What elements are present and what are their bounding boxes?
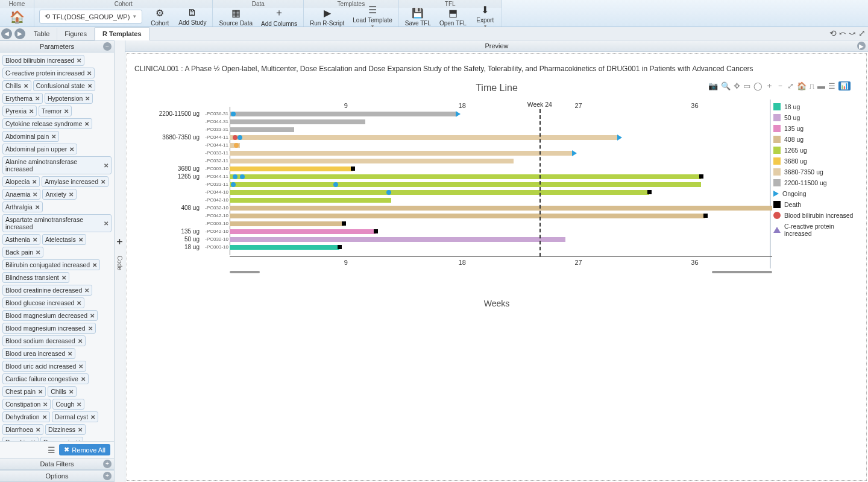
timeline-bar[interactable] bbox=[230, 159, 514, 163]
timeline-bar[interactable] bbox=[230, 127, 294, 132]
chip-remove-icon[interactable]: ✕ bbox=[36, 249, 40, 256]
param-chip[interactable]: Dehydration✕ bbox=[2, 411, 50, 422]
chip-remove-icon[interactable]: ✕ bbox=[90, 312, 95, 319]
reset-icon[interactable]: 🏠 bbox=[797, 81, 807, 90]
redo-button[interactable]: ⤻ bbox=[849, 28, 856, 38]
param-chip[interactable]: Chills✕ bbox=[48, 386, 77, 397]
timeline-bar[interactable] bbox=[230, 214, 705, 218]
param-chip[interactable]: Aspartate aminotransferase increased✕ bbox=[2, 214, 112, 232]
expand-icon[interactable]: + bbox=[103, 460, 112, 468]
param-chip[interactable]: Bilirubin conjugated increased✕ bbox=[2, 259, 100, 270]
chip-remove-icon[interactable]: ✕ bbox=[85, 95, 90, 102]
chip-remove-icon[interactable]: ✕ bbox=[38, 388, 43, 395]
legend-item[interactable]: 2200-11500 ug bbox=[773, 179, 858, 186]
remove-all-button[interactable]: ✖Remove All bbox=[59, 444, 110, 455]
box-select-icon[interactable]: ▭ bbox=[743, 81, 750, 90]
param-chip[interactable]: C-reactive protein increased✕ bbox=[2, 68, 95, 78]
chip-remove-icon[interactable]: ✕ bbox=[87, 83, 92, 89]
param-chip[interactable]: Blood magnesium decreased✕ bbox=[2, 310, 98, 321]
chip-remove-icon[interactable]: ✕ bbox=[90, 414, 95, 420]
expand-button[interactable]: ⤢ bbox=[858, 28, 866, 38]
legend-item[interactable]: 50 ug bbox=[773, 114, 858, 121]
chip-remove-icon[interactable]: ✕ bbox=[78, 338, 83, 344]
chip-remove-icon[interactable]: ✕ bbox=[42, 414, 47, 420]
source-data-button[interactable]: ▦Source Data bbox=[215, 6, 256, 28]
param-chip[interactable]: Cough✕ bbox=[52, 399, 84, 410]
lasso-icon[interactable]: ◯ bbox=[753, 81, 763, 90]
legend-item[interactable]: Death bbox=[773, 201, 858, 208]
param-chip[interactable]: Pyrexia✕ bbox=[2, 106, 37, 116]
camera-icon[interactable]: 📷 bbox=[708, 81, 718, 90]
options-header[interactable]: Options + bbox=[0, 470, 114, 482]
chip-remove-icon[interactable]: ✕ bbox=[77, 57, 81, 64]
refresh-button[interactable]: ⟲ bbox=[829, 28, 837, 38]
spike-icon[interactable]: ⎍ bbox=[810, 81, 814, 90]
chip-remove-icon[interactable]: ✕ bbox=[69, 388, 74, 395]
timeline-bar[interactable] bbox=[230, 119, 365, 124]
timeline-bar[interactable] bbox=[230, 229, 376, 234]
collapse-icon[interactable]: − bbox=[103, 42, 112, 51]
chip-remove-icon[interactable]: ✕ bbox=[84, 287, 89, 294]
timeline-bar[interactable] bbox=[230, 221, 344, 226]
param-chip[interactable]: Blood uric acid increased✕ bbox=[2, 361, 86, 372]
open-tfl-button[interactable]: ⬒Open TFL bbox=[436, 6, 470, 28]
legend-item[interactable]: 18 ug bbox=[773, 103, 858, 110]
param-chip[interactable]: Tremor✕ bbox=[39, 106, 72, 116]
zoom-out-icon[interactable]: － bbox=[776, 80, 784, 91]
chip-remove-icon[interactable]: ✕ bbox=[35, 95, 40, 102]
legend-item[interactable]: Blood bilirubin increased bbox=[773, 212, 858, 219]
param-chip[interactable]: Blood sodium decreased✕ bbox=[2, 335, 86, 346]
expand-icon[interactable]: + bbox=[103, 472, 112, 480]
param-chip[interactable]: Blood glucose increased✕ bbox=[2, 297, 84, 308]
chip-remove-icon[interactable]: ✕ bbox=[35, 204, 40, 211]
param-chip[interactable]: Asthenia✕ bbox=[2, 234, 40, 245]
chip-remove-icon[interactable]: ✕ bbox=[77, 300, 81, 306]
chip-remove-icon[interactable]: ✕ bbox=[81, 376, 86, 382]
legend-item[interactable]: 3680-7350 ug bbox=[773, 168, 858, 176]
param-chip[interactable]: Anxiety✕ bbox=[42, 189, 76, 200]
param-chip[interactable]: Dry skin✕ bbox=[2, 437, 39, 441]
timeline-bar[interactable] bbox=[230, 198, 391, 203]
param-chip[interactable]: Constipation✕ bbox=[2, 399, 51, 410]
timeline-bar[interactable] bbox=[230, 245, 339, 250]
chip-remove-icon[interactable]: ✕ bbox=[84, 121, 89, 127]
timeline-bar[interactable] bbox=[230, 166, 353, 171]
param-chip[interactable]: Chills✕ bbox=[2, 80, 31, 91]
cohort-dropdown[interactable]: ⟲ TFL(DOSE_GROUP_WP) ▼ bbox=[39, 10, 142, 24]
legend-item[interactable]: 1265 ug bbox=[773, 147, 858, 154]
param-chip[interactable]: Arthralgia✕ bbox=[2, 201, 43, 212]
run-r-button[interactable]: ▶Run R-Script bbox=[306, 6, 348, 28]
param-chip[interactable]: Dysgeusia✕ bbox=[40, 437, 83, 441]
chip-remove-icon[interactable]: ✕ bbox=[36, 427, 40, 433]
chip-remove-icon[interactable]: ✕ bbox=[61, 274, 66, 281]
param-chip[interactable]: Dermal cyst✕ bbox=[52, 411, 98, 422]
chip-remove-icon[interactable]: ✕ bbox=[88, 325, 93, 332]
param-chip[interactable]: Anaemia✕ bbox=[2, 189, 40, 200]
timeline-bar[interactable] bbox=[230, 237, 565, 242]
timeline-bar[interactable] bbox=[230, 174, 701, 179]
data-filters-header[interactable]: Data Filters + bbox=[0, 458, 114, 470]
expand-preview-button[interactable]: ▶ bbox=[857, 42, 866, 50]
save-tfl-button[interactable]: 💾Save TFL bbox=[401, 6, 435, 28]
timeline-bar[interactable] bbox=[230, 135, 617, 140]
chip-remove-icon[interactable]: ✕ bbox=[104, 220, 108, 227]
chip-remove-icon[interactable]: ✕ bbox=[87, 70, 92, 77]
param-chip[interactable]: Confusional state✕ bbox=[33, 80, 95, 91]
autoscale-icon[interactable]: ⤢ bbox=[787, 81, 794, 90]
param-chip[interactable]: Chest pain✕ bbox=[2, 386, 46, 397]
param-chip[interactable]: Erythema✕ bbox=[2, 93, 43, 104]
chip-remove-icon[interactable]: ✕ bbox=[68, 350, 72, 357]
param-chip[interactable]: Atelectasis✕ bbox=[42, 234, 86, 245]
hover-icon[interactable]: ▬ bbox=[817, 81, 825, 90]
legend-item[interactable]: 408 ug bbox=[773, 136, 858, 143]
timeline-bar[interactable] bbox=[230, 151, 572, 156]
chip-remove-icon[interactable]: ✕ bbox=[24, 83, 28, 89]
add-study-button[interactable]: 🗎Add Study bbox=[175, 6, 210, 27]
chip-remove-icon[interactable]: ✕ bbox=[29, 108, 34, 115]
chip-remove-icon[interactable]: ✕ bbox=[43, 401, 48, 408]
parameters-header[interactable]: Parameters − bbox=[0, 40, 114, 52]
legend-item[interactable]: C-reactive protein increased bbox=[773, 223, 858, 237]
legend-item[interactable]: 135 ug bbox=[773, 125, 858, 132]
cohort-button[interactable]: ⚙Cohort bbox=[146, 6, 174, 28]
param-chip[interactable]: Blood bilirubin increased✕ bbox=[2, 55, 84, 66]
